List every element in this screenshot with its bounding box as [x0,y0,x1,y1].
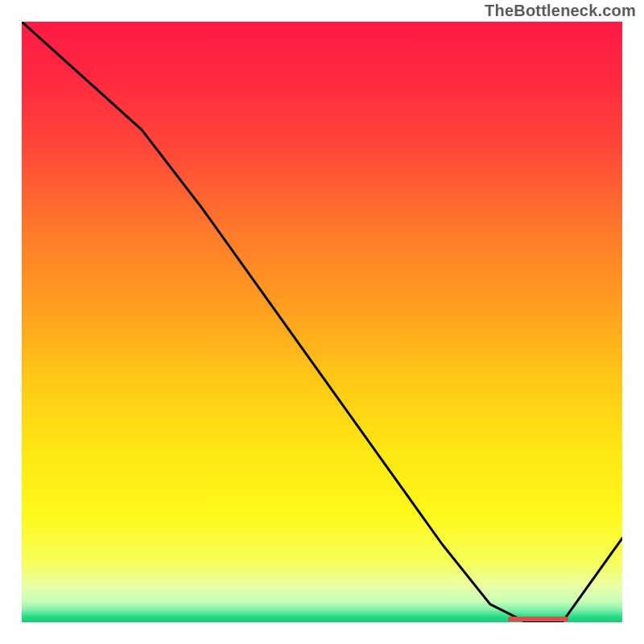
curve-path [22,22,622,622]
chart-stage: TheBottleneck.com [0,0,644,644]
plot-area [22,22,622,622]
watermark-text: TheBottleneck.com [485,2,636,20]
bottleneck-curve [22,22,622,622]
optimum-marker [508,617,568,621]
